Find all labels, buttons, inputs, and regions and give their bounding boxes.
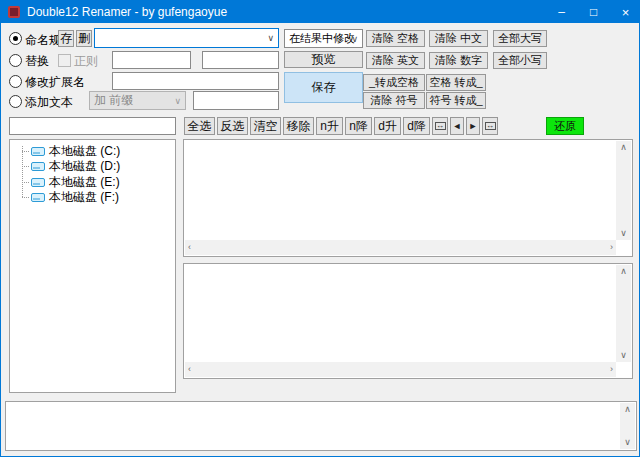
clear-chinese-button[interactable]: 清除 中文: [429, 30, 488, 47]
maximize-button[interactable]: □: [578, 1, 609, 23]
rule-radio-addtext-label: 添加文本: [25, 94, 73, 111]
symbol-to-underscore-button[interactable]: 符号 转成_: [426, 92, 486, 109]
sort-name-asc-button[interactable]: n升: [316, 117, 343, 135]
scroll-left-icon[interactable]: ‹: [185, 241, 194, 254]
lowercase-button[interactable]: 全部小写: [493, 52, 547, 69]
tree-item-label: 本地磁盘 (D:): [49, 158, 120, 175]
vertical-scrollbar[interactable]: ∧ ∨: [620, 403, 635, 449]
tree-connector: [22, 197, 29, 198]
chevron-down-icon[interactable]: ∨: [351, 33, 358, 43]
file-list-panel[interactable]: ∧ ∨ ‹ ›: [183, 139, 633, 257]
drive-icon: [31, 161, 45, 172]
store-rule-button[interactable]: 存: [58, 30, 74, 47]
sort-name-desc-button[interactable]: n降: [345, 117, 372, 135]
h-arrows-icon: ↔: [485, 122, 496, 130]
uppercase-button[interactable]: 全部大写: [493, 30, 547, 47]
addtext-input[interactable]: [193, 91, 279, 110]
rule-combobox[interactable]: ∨: [94, 28, 279, 48]
rule-radio-extension-label: 修改扩展名: [25, 74, 85, 91]
rule-radio-addtext[interactable]: [9, 95, 22, 108]
titlebar: Double12 Renamer - by gufengaoyue – □ ×: [1, 1, 639, 23]
replace-with-input[interactable]: [202, 51, 279, 69]
window-title: Double12 Renamer - by gufengaoyue: [27, 5, 227, 19]
horizontal-scrollbar[interactable]: ‹ ›: [185, 362, 616, 377]
regex-checkbox-label: 正则: [74, 53, 98, 70]
drive-icon: [31, 177, 45, 188]
left-arrow-icon: ◄: [453, 121, 462, 131]
transfer-left-button[interactable]: ↔: [432, 117, 448, 135]
scroll-down-icon[interactable]: ∨: [617, 349, 630, 362]
invert-selection-button[interactable]: 反选: [217, 117, 248, 135]
tree-connector: [22, 182, 29, 183]
app-window: Double12 Renamer - by gufengaoyue – □ × …: [0, 0, 640, 457]
rule-radio-naming[interactable]: [9, 32, 22, 45]
save-button[interactable]: 保存: [284, 72, 363, 103]
tree-connector: [22, 146, 23, 197]
drive-tree[interactable]: 本地磁盘 (C:) 本地磁盘 (D:) 本地磁盘 (E:) 本地磁盘 (F:): [9, 139, 176, 393]
drive-icon: [31, 192, 45, 203]
right-arrow-icon: ►: [469, 121, 478, 131]
result-list-panel[interactable]: ∧ ∨ ‹ ›: [183, 263, 633, 379]
scroll-right-icon[interactable]: ›: [607, 363, 616, 376]
clear-symbols-button[interactable]: 清除 符号: [363, 92, 425, 109]
path-filter-input[interactable]: [9, 117, 176, 135]
vertical-scrollbar[interactable]: ∧ ∨: [616, 265, 631, 362]
transfer-right-button[interactable]: ↔: [482, 117, 498, 135]
tree-item-drive-f[interactable]: 本地磁盘 (F:): [31, 190, 119, 205]
delete-rule-button[interactable]: 删: [76, 30, 92, 47]
scroll-left-icon[interactable]: ‹: [185, 363, 194, 376]
chevron-down-icon[interactable]: ∨: [267, 33, 274, 43]
scope-select-value: 在结果中修改: [289, 31, 355, 46]
replace-find-input[interactable]: [112, 51, 191, 69]
clear-digits-button[interactable]: 清除 数字: [429, 52, 488, 69]
addtext-mode-select[interactable]: 加 前缀 ∨: [89, 91, 186, 110]
clear-space-button[interactable]: 清除 空格: [366, 30, 425, 47]
select-all-button[interactable]: 全选: [184, 117, 215, 135]
preview-button[interactable]: 预览: [284, 51, 363, 68]
tree-connector: [22, 151, 29, 152]
rule-radio-replace-label: 替换: [25, 53, 49, 70]
tree-item-drive-d[interactable]: 本地磁盘 (D:): [31, 159, 120, 174]
chevron-down-icon: ∨: [174, 95, 181, 105]
tree-item-drive-e[interactable]: 本地磁盘 (E:): [31, 175, 120, 190]
scroll-down-icon[interactable]: ∨: [621, 436, 634, 449]
next-button[interactable]: ►: [466, 117, 480, 135]
tree-connector: [22, 166, 29, 167]
underscore-to-space-button[interactable]: _转成空格: [363, 74, 425, 91]
close-button[interactable]: ×: [610, 1, 640, 23]
minimize-button[interactable]: –: [546, 1, 577, 23]
horizontal-scrollbar[interactable]: ‹ ›: [185, 240, 616, 255]
drive-icon: [31, 146, 45, 157]
remove-button[interactable]: 移除: [283, 117, 314, 135]
regex-checkbox[interactable]: [58, 54, 71, 67]
rule-radio-extension[interactable]: [9, 75, 22, 88]
scroll-up-icon[interactable]: ∧: [617, 141, 630, 154]
h-arrows-icon: ↔: [435, 122, 446, 130]
space-to-underscore-button[interactable]: 空格 转成_: [426, 74, 486, 91]
prev-button[interactable]: ◄: [450, 117, 464, 135]
clear-english-button[interactable]: 清除 英文: [366, 52, 425, 69]
sort-date-asc-button[interactable]: d升: [374, 117, 401, 135]
app-icon: [8, 6, 20, 18]
scroll-up-icon[interactable]: ∧: [617, 265, 630, 278]
scroll-right-icon[interactable]: ›: [607, 241, 616, 254]
vertical-scrollbar[interactable]: ∧ ∨: [616, 141, 631, 240]
restore-button[interactable]: 还原: [546, 117, 584, 135]
clear-list-button[interactable]: 清空: [250, 117, 281, 135]
tree-item-label: 本地磁盘 (F:): [49, 189, 119, 206]
rule-radio-replace[interactable]: [9, 54, 22, 67]
extension-input[interactable]: [112, 72, 279, 90]
log-textarea[interactable]: ∧ ∨: [5, 401, 637, 451]
sort-date-desc-button[interactable]: d降: [403, 117, 430, 135]
scroll-down-icon[interactable]: ∨: [617, 227, 630, 240]
scope-select[interactable]: 在结果中修改 ∨: [284, 29, 363, 48]
tree-item-drive-c[interactable]: 本地磁盘 (C:): [31, 144, 120, 159]
scroll-up-icon[interactable]: ∧: [621, 403, 634, 416]
addtext-mode-value: 加 前缀: [94, 92, 133, 109]
